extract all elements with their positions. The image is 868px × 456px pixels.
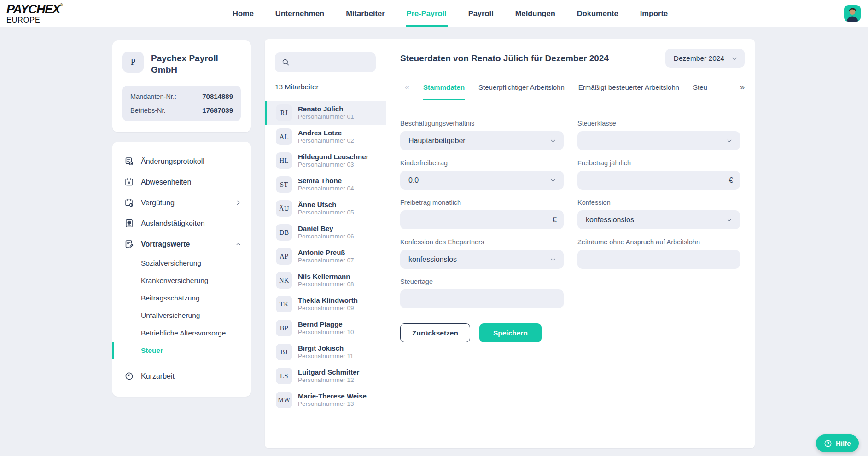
chevron-up-icon [235,241,242,248]
sidebar-item-label: Beitragsschätzung [141,294,200,302]
info-value: 17687039 [202,106,233,114]
sidebar-item-label: Unfallversicherung [141,312,200,320]
freibetrag-monatlich-input[interactable]: € [400,210,564,229]
nav-item-meldungen[interactable]: Meldungen [515,0,555,27]
nav-item-importe[interactable]: Importe [640,0,668,27]
form-field: Konfession konfessionslos [577,199,740,229]
currency-suffix: € [553,216,557,224]
chevron-down-icon [549,137,557,144]
nav-item-dokumente[interactable]: Dokumente [577,0,618,27]
user-avatar[interactable] [844,5,861,22]
employee-initials: NK [279,277,289,284]
sidebar-item-verguetung[interactable]: Vergütung [112,192,251,213]
sidebar-item-aenderungsprotokoll[interactable]: Änderungsprotokoll [112,151,251,172]
employee-row[interactable]: LS Luitgard Schmitter Personalnummer 12 [265,364,386,388]
sidebar-item-sozialversicherung[interactable]: Sozialversicherung [112,254,251,272]
employee-number: Personalnummer 11 [298,352,354,360]
employee-name: Andres Lotze [298,129,354,137]
company-info-box: Mandanten-Nr.: 70814889 Betriebs-Nr. 176… [122,86,241,121]
employee-row[interactable]: RJ Renato Jülich Personalnummer 01 [265,101,386,125]
paychex-logo[interactable]: PAYCHEX® EUROPE [6,3,62,24]
sidebar-item-steuer[interactable]: Steuer [112,342,251,359]
field-value [586,177,729,184]
company-info-row: Mandanten-Nr.: 70814889 [130,92,233,100]
employee-search[interactable] [275,52,376,72]
chevron-down-icon [726,137,733,144]
employee-name: Nils Kellermann [298,272,354,281]
employee-row[interactable]: HL Hildegund Leuschner Personalnummer 03 [265,149,386,173]
sidebar-item-label: Krankenversicherung [141,277,208,285]
company-card: P Paychex Payroll GmbH Mandanten-Nr.: 70… [112,40,251,132]
zeitraeume-input[interactable] [577,250,740,269]
nav-item-mitarbeiter[interactable]: Mitarbeiter [346,0,384,27]
konfession-ehepartner-select[interactable]: konfessionslos [400,250,564,269]
tab-ermaessigt-besteuerter-arbeitslohn[interactable]: Ermäßigt besteuerter Arbeitslohn [578,75,679,100]
employee-row[interactable]: AL Andres Lotze Personalnummer 02 [265,125,386,149]
reset-button[interactable]: Zurücksetzen [400,323,470,342]
sidebar-item-label: Kurzarbeit [141,372,175,381]
employee-row[interactable]: AP Antonie Preuß Personalnummer 07 [265,244,386,268]
konfession-select[interactable]: konfessionslos [577,210,740,229]
nav-item-pre-payroll[interactable]: Pre-Payroll [407,0,447,27]
sidebar-navigation: Änderungsprotokoll Abwesenheiten Vergütu… [112,142,251,397]
employee-row[interactable]: BP Bernd Plagge Personalnummer 10 [265,316,386,340]
sidebar-item-beitragsschaetzung[interactable]: Beitragsschätzung [112,289,251,307]
sidebar-item-auslandstaetigkeiten[interactable]: Auslandstätigkeiten [112,213,251,234]
kinderfreibetrag-select[interactable]: 0.0 [400,171,564,190]
employee-initials: LS [280,372,288,380]
currency-suffix: € [729,176,733,185]
sidebar-item-label: Vortragswerte [141,240,190,248]
employee-initials: AP [280,253,289,260]
changelog-icon [124,156,134,166]
freibetrag-jaehrlich-input[interactable]: € [577,171,740,190]
sidebar-item-label: Auslandstätigkeiten [141,219,205,228]
save-button[interactable]: Speichern [479,323,542,342]
sidebar-item-krankenversicherung[interactable]: Krankenversicherung [112,272,251,289]
sidebar-item-kurzarbeit[interactable]: Kurzarbeit [112,366,251,387]
employee-initials: DB [279,229,289,237]
tab-stammdaten[interactable]: Stammdaten [423,75,465,100]
employee-initials-avatar: AP [276,248,292,265]
sidebar-item-unfallversicherung[interactable]: Unfallversicherung [112,307,251,324]
employee-row[interactable]: NK Nils Kellermann Personalnummer 08 [265,268,386,292]
sidebar-item-betriebliche-altersvorsorge[interactable]: Betriebliche Altersvorsorge [112,324,251,342]
help-button[interactable]: Hilfe [816,434,859,452]
employee-row[interactable]: ST Semra Thöne Personalnummer 04 [265,173,386,196]
employee-number: Personalnummer 06 [298,233,354,240]
employee-row[interactable]: MW Marie-Therese Weise Personalnummer 13 [265,388,386,412]
beschaeftigungsverhaeltnis-select[interactable]: Hauptarbeitgeber [400,131,564,150]
employee-initials-avatar: TK [276,296,292,312]
tabs-scroll-right-button[interactable]: » [740,75,745,100]
info-label: Mandanten-Nr.: [130,93,176,100]
tab-bar: « Stammdaten Steuerpflichtiger Arbeitslo… [386,75,755,100]
nav-item-payroll[interactable]: Payroll [468,0,494,27]
field-label: Freibetrag jährlich [577,159,740,167]
tab-steuerpflichtiger-arbeitslohn[interactable]: Steuerpflichtiger Arbeitslohn [478,75,565,100]
form-field: Kinderfreibetrag 0.0 [400,159,564,190]
employee-initials-avatar: DB [276,224,292,241]
employee-initials-avatar: BP [276,320,292,336]
chevron-down-icon [549,177,557,184]
chevron-down-icon [549,256,557,263]
form-field: Zeiträume ohne Anspruch auf Arbeitslohn [577,238,740,269]
period-dropdown[interactable]: Dezember 2024 [665,49,745,68]
employee-number: Personalnummer 09 [298,305,358,312]
nav-item-unternehmen[interactable]: Unternehmen [275,0,324,27]
company-avatar: P [122,52,144,73]
nav-item-home[interactable]: Home [233,0,254,27]
sidebar-item-abwesenheiten[interactable]: Abwesenheiten [112,172,251,192]
search-input[interactable] [295,58,369,66]
employee-row[interactable]: ÄU Änne Utsch Personalnummer 05 [265,196,386,220]
steuerklasse-select[interactable] [577,131,740,150]
chevron-down-icon [731,55,738,62]
tabs-scroll-left-button[interactable]: « [405,75,409,100]
employee-row[interactable]: TK Thekla Klindworth Personalnummer 09 [265,292,386,316]
employee-row[interactable]: BJ Birgit Jokisch Personalnummer 11 [265,340,386,364]
tab-steu[interactable]: Steu [693,75,707,100]
employee-row[interactable]: DB Daniel Bey Personalnummer 06 [265,220,386,244]
employee-initials-avatar: HL [276,152,292,169]
steuertage-input[interactable] [400,289,564,308]
sidebar-item-vortragswerte[interactable]: Vortragswerte [112,234,251,254]
sidebar-item-label: Änderungsprotokoll [141,157,204,166]
chevron-down-icon [726,216,733,224]
